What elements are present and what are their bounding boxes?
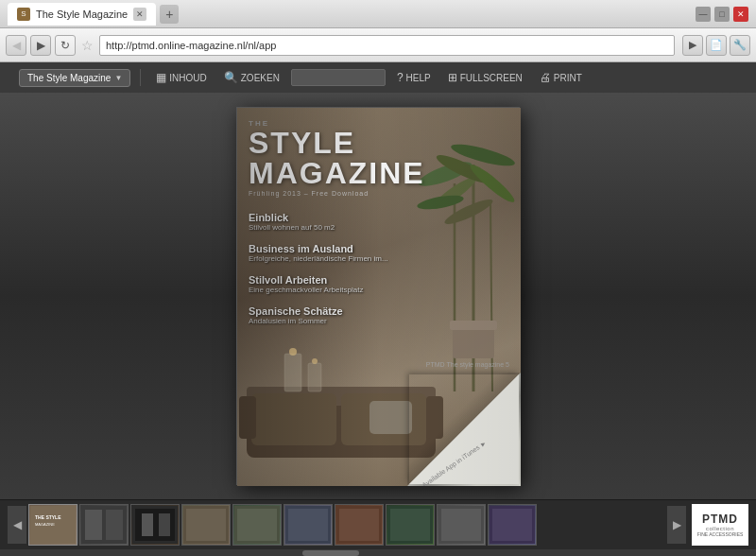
grid-icon: ▦ — [156, 71, 166, 84]
thumb-5-inner — [233, 505, 281, 545]
svg-rect-44 — [441, 509, 481, 541]
thumbnail-6[interactable] — [284, 504, 333, 546]
ptmd-logo-box: PTMD collection FINE ACCESSORIES — [692, 504, 748, 546]
thumbnail-4[interactable] — [181, 504, 231, 546]
main-content: THE STYLE MAGAZINE Frühling 2013 – Free … — [0, 93, 756, 499]
dropdown-arrow-icon: ▼ — [114, 74, 122, 82]
url-text: http://ptmd.online-magazine.nl/nl/app — [106, 40, 668, 51]
tab-label: The Style Magazine — [36, 9, 128, 20]
browser-menu-button[interactable]: ▶ — [682, 35, 703, 56]
thumbnail-2[interactable] — [79, 504, 129, 546]
svg-rect-34 — [186, 509, 226, 541]
window-close-button[interactable]: ✕ — [733, 7, 748, 22]
thumb-1-inner: THE STYLE MAGAZINE — [29, 505, 77, 545]
svg-rect-28 — [106, 510, 123, 540]
svg-rect-46 — [492, 509, 532, 541]
svg-rect-27 — [85, 510, 102, 540]
thumb-3-inner — [131, 505, 179, 545]
svg-rect-32 — [159, 513, 170, 536]
scrollbar-track[interactable] — [0, 549, 756, 556]
svg-rect-38 — [288, 509, 328, 541]
browser-tab[interactable]: S The Style Magazine ✕ — [8, 3, 156, 26]
thumbnail-9[interactable] — [437, 504, 486, 546]
inhoud-label: INHOUD — [169, 73, 206, 83]
browser-settings-button[interactable]: 🔧 — [730, 35, 750, 56]
toolbar-fullscreen-button[interactable]: ⊞ FULLSCREEN — [442, 71, 528, 84]
toolbar-zoeken-button[interactable]: 🔍 ZOEKEN — [218, 71, 285, 84]
help-icon: ? — [397, 71, 404, 84]
browser-toolbar: ◀ ▶ ↻ ☆ http://ptmd.online-magazine.nl/n… — [0, 28, 756, 62]
mag-overlay — [237, 108, 521, 486]
thumb-10-inner — [489, 505, 536, 545]
thumbnail-1[interactable]: THE STYLE MAGAZINE — [28, 504, 77, 546]
magazine-cover-inner: THE STYLE MAGAZINE Frühling 2013 – Free … — [237, 108, 521, 486]
toolbar-print-button[interactable]: 🖨 PRINT — [534, 71, 588, 84]
thumb-8-inner — [387, 505, 434, 545]
svg-rect-36 — [237, 509, 277, 541]
star-icon: ☆ — [81, 38, 94, 53]
tab-favicon: S — [17, 8, 30, 21]
thumbnail-strip: ◀ THE STYLE MAGAZINE — [0, 499, 756, 549]
magazine-wrapper: THE STYLE MAGAZINE Frühling 2013 – Free … — [236, 107, 520, 485]
window-maximize-button[interactable]: □ — [714, 7, 730, 22]
thumb-9-inner — [438, 505, 485, 545]
forward-button[interactable]: ▶ — [30, 35, 51, 56]
refresh-button[interactable]: ↻ — [55, 35, 76, 56]
window-controls: — □ ✕ — [696, 7, 748, 22]
print-label: PRINT — [554, 73, 582, 83]
scrollbar-thumb[interactable] — [302, 550, 359, 556]
help-label: HELP — [406, 73, 431, 83]
zoeken-label: ZOEKEN — [241, 73, 280, 83]
thumbnail-next-button[interactable]: ▶ — [667, 506, 686, 544]
thumbnail-7[interactable] — [335, 504, 384, 546]
magazine-button-label: The Style Magazine — [27, 73, 111, 83]
thumb-6-inner — [284, 505, 332, 545]
svg-rect-42 — [390, 509, 430, 541]
fullscreen-icon: ⊞ — [448, 71, 457, 84]
svg-text:MAGAZINE: MAGAZINE — [35, 522, 55, 527]
fullscreen-label: FULLSCREEN — [460, 73, 523, 83]
search-icon: 🔍 — [224, 71, 238, 84]
browser-titlebar: S The Style Magazine ✕ + — □ ✕ — [0, 0, 756, 28]
back-button[interactable]: ◀ — [6, 35, 26, 56]
search-input[interactable] — [291, 69, 386, 86]
svg-rect-31 — [142, 513, 153, 536]
magazine-cover[interactable]: THE STYLE MAGAZINE Frühling 2013 – Free … — [236, 107, 520, 485]
ptmd-logo-line: FINE ACCESSORIES — [697, 531, 744, 537]
print-icon: 🖨 — [540, 71, 551, 84]
thumbnail-5[interactable] — [232, 504, 282, 546]
thumb-7-inner — [335, 505, 383, 545]
address-bar[interactable]: http://ptmd.online-magazine.nl/nl/app — [99, 35, 675, 56]
thumbnail-10[interactable] — [488, 504, 537, 546]
thumbnail-prev-button[interactable]: ◀ — [8, 506, 26, 544]
toolbar-separator-1 — [140, 69, 141, 86]
thumb-2-inner — [80, 505, 128, 545]
app-toolbar: The Style Magazine ▼ ▦ INHOUD 🔍 ZOEKEN ?… — [0, 62, 756, 93]
browser-bookmarks-button[interactable]: 📄 — [706, 35, 727, 56]
tab-close-button[interactable]: ✕ — [133, 8, 146, 21]
thumbnail-8[interactable] — [386, 504, 435, 546]
ptmd-logo-text: PTMD — [702, 513, 738, 526]
magazine-dropdown-button[interactable]: The Style Magazine ▼ — [19, 69, 130, 87]
svg-text:THE STYLE: THE STYLE — [35, 514, 61, 520]
window-minimize-button[interactable]: — — [696, 7, 711, 22]
thumb-4-inner — [182, 505, 230, 545]
toolbar-inhoud-button[interactable]: ▦ INHOUD — [150, 71, 212, 84]
thumbnail-3[interactable] — [130, 504, 180, 546]
browser-right-buttons: ▶ 📄 🔧 — [682, 35, 750, 56]
svg-rect-40 — [339, 509, 379, 541]
toolbar-help-button[interactable]: ? HELP — [391, 71, 437, 84]
thumbnails-container: THE STYLE MAGAZINE — [28, 504, 665, 546]
new-tab-button[interactable]: + — [160, 5, 179, 24]
